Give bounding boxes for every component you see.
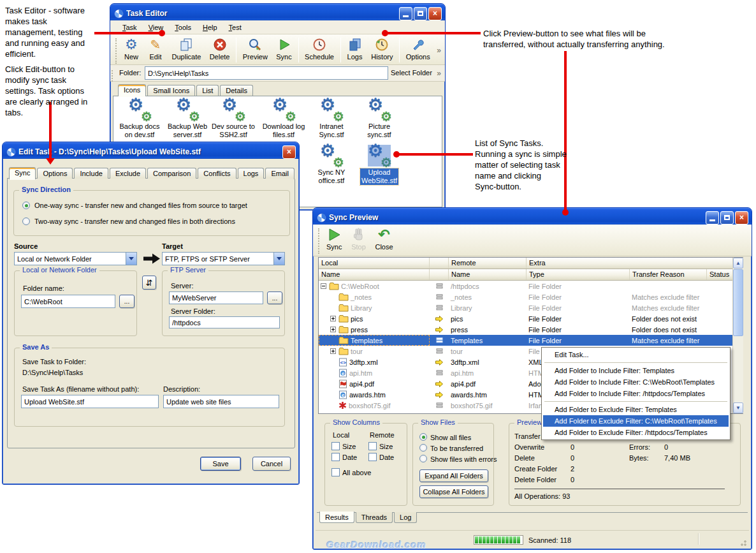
toolbar-grip[interactable] (115, 38, 118, 64)
maximize-button[interactable] (720, 211, 734, 225)
show-all-files-radio[interactable] (419, 433, 427, 441)
col-direction[interactable] (430, 258, 449, 269)
result-tab-log[interactable]: Log (394, 512, 417, 523)
table-row[interactable]: TemplatesTemplatesFile FolderMatches exc… (319, 335, 743, 346)
col-local-name[interactable]: Name (319, 269, 430, 280)
close-button[interactable]: × (282, 145, 296, 159)
folder-name-input[interactable] (21, 295, 115, 308)
history-button[interactable]: History (367, 36, 398, 61)
context-menu-item[interactable]: Add Folder to Include Filter: /httpdocs/… (543, 388, 729, 399)
duplicate-button[interactable]: Duplicate (168, 36, 205, 61)
new-button[interactable]: ⚙New (119, 36, 143, 61)
table-row[interactable]: picspicsFile FolderFolder does not exist (319, 313, 743, 324)
edit-task-tab-comparison[interactable]: Comparison (147, 168, 196, 179)
scroll-up-icon[interactable]: ▲ (733, 258, 743, 269)
scrollbar-thumb[interactable] (733, 269, 743, 336)
browse-server-button[interactable]: ... (267, 291, 282, 304)
result-tab-threads[interactable]: Threads (356, 512, 393, 523)
view-tab-icons[interactable]: Icons (118, 84, 146, 96)
context-menu-item[interactable]: Add Folder to Include Filter: Templates (543, 365, 729, 376)
task-file-item[interactable]: ⚙⚙Intranet Sync.stf (308, 100, 355, 139)
swap-source-target-button[interactable]: ⇵ (142, 276, 156, 290)
sync-button[interactable]: Sync (272, 36, 296, 61)
task-file-item[interactable]: ⚙⚙Picture sync.stf (356, 100, 403, 139)
options-button[interactable]: Options (402, 36, 434, 61)
context-menu-item[interactable]: Add Folder to Exclude Filter: C:\WebRoot… (543, 415, 729, 427)
menu-item-tools[interactable]: Tools (169, 22, 197, 33)
edit-task-tab-options[interactable]: Options (37, 168, 73, 179)
task-file-item[interactable]: ⚙⚙Download log files.stf (260, 100, 307, 139)
menu-item-view[interactable]: View (143, 22, 170, 33)
col-remote[interactable]: Remote (449, 258, 527, 269)
schedule-button[interactable]: Schedule (301, 36, 338, 61)
view-tab-details[interactable]: Details (220, 85, 253, 96)
task-file-item[interactable]: ⚙⚙Backup Web server.stf (164, 100, 211, 139)
save-button[interactable]: Save (200, 457, 241, 471)
preview-button[interactable]: Preview (238, 36, 272, 61)
context-menu-item[interactable]: Add Folder to Exclude Filter: Templates (543, 404, 729, 415)
close-preview-button[interactable]: ↶ Close (370, 226, 397, 251)
target-combobox[interactable]: FTP, FTPS or SFTP Server (162, 252, 285, 265)
show-files-with-errors-radio[interactable] (419, 455, 427, 462)
task-file-item[interactable]: ⚙⚙Sync NY office.stf (308, 146, 355, 185)
close-button[interactable]: × (428, 7, 442, 20)
cancel-button[interactable]: Cancel (252, 457, 291, 471)
remote-date-checkbox[interactable] (368, 453, 377, 461)
save-filename-input[interactable] (21, 395, 159, 408)
to-be-transferred-radio[interactable] (419, 444, 427, 452)
edit-task-tab-exclude[interactable]: Exclude (110, 168, 146, 179)
close-button[interactable]: × (735, 211, 748, 225)
edit-button[interactable]: ✎Edit (143, 36, 168, 61)
menu-item-help[interactable]: Help (197, 22, 223, 33)
delete-button[interactable]: Delete (205, 36, 234, 61)
col-transfer-reason[interactable]: Transfer Reason (630, 269, 707, 280)
col-type[interactable]: Type (527, 269, 630, 280)
collapse-icon[interactable] (321, 283, 326, 289)
local-size-checkbox[interactable] (331, 442, 340, 450)
edit-task-tab-logs[interactable]: Logs (238, 168, 265, 179)
server-input[interactable] (169, 291, 263, 304)
expand-icon[interactable] (330, 327, 336, 332)
two-way-sync-radio[interactable] (22, 218, 30, 225)
folderbar-overflow-icon[interactable]: » (434, 69, 444, 78)
menu-item-test[interactable]: Test (223, 22, 247, 33)
view-tab-small-icons[interactable]: Small Icons (147, 85, 195, 96)
collapse-all-folders-button[interactable]: Collapse All Folders (419, 485, 488, 498)
task-file-item[interactable]: ⚙⚙Dev source to SSH2.stf (210, 100, 257, 139)
table-row[interactable]: _notes_notesFile FolderMatches exclude f… (319, 291, 743, 302)
logs-button[interactable]: Logs (343, 36, 367, 61)
stop-button[interactable]: Stop (346, 226, 370, 251)
minimize-button[interactable] (706, 211, 719, 225)
resize-grip[interactable] (740, 539, 748, 547)
all-above-checkbox[interactable] (331, 468, 340, 476)
remote-size-checkbox[interactable] (368, 442, 377, 450)
col-local[interactable]: Local (319, 258, 430, 269)
toolbar-overflow-icon[interactable]: » (434, 46, 444, 55)
maximize-button[interactable] (414, 7, 427, 20)
result-tab-results[interactable]: Results (319, 512, 354, 523)
expand-icon[interactable] (330, 316, 336, 321)
browse-folder-button[interactable]: ... (119, 295, 134, 308)
expand-all-folders-button[interactable]: Expand All Folders (419, 469, 488, 482)
edit-task-tab-email[interactable]: Email (265, 168, 294, 179)
menu-item-task[interactable]: Task (117, 22, 143, 33)
scroll-down-icon[interactable]: ▼ (733, 402, 743, 413)
select-folder-button[interactable]: Select Folder (391, 69, 432, 77)
col-direction2[interactable] (430, 269, 449, 280)
vertical-scrollbar[interactable]: ▲ ▼ (732, 258, 743, 413)
folder-path-input[interactable] (145, 66, 388, 80)
table-row[interactable]: LibraryLibraryFile FolderMatches exclude… (319, 302, 743, 313)
one-way-sync-radio[interactable] (22, 202, 30, 209)
context-menu-item[interactable]: Add Folder to Include Filter: C:\WebRoot… (543, 376, 729, 388)
col-extra[interactable]: Extra (527, 258, 743, 269)
local-date-checkbox[interactable] (331, 453, 340, 461)
edit-task-tab-include[interactable]: Include (74, 168, 108, 179)
context-menu-item[interactable]: Edit Task... (543, 349, 729, 360)
server-folder-input[interactable] (169, 316, 280, 328)
task-file-item[interactable]: ⚙⚙Backup docs on dev.stf (116, 100, 163, 139)
view-tab-list[interactable]: List (196, 85, 219, 96)
table-row[interactable]: presspressFile FolderFolder does not exi… (319, 324, 743, 335)
description-input[interactable] (163, 395, 279, 408)
col-remote-name[interactable]: Name (449, 269, 527, 280)
table-row[interactable]: C:\WebRoot/httpdocsFile Folder (319, 281, 743, 291)
